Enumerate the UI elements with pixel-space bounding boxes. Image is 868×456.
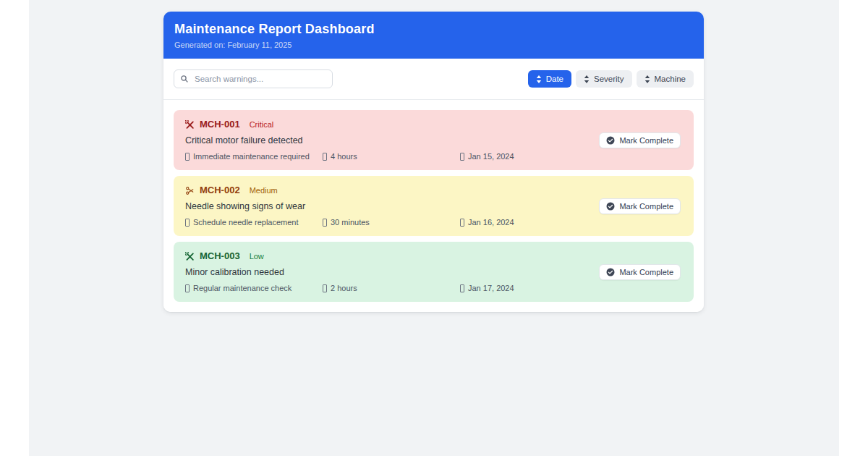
warning-meta: Schedule needle replacement 30 minutes J… — [185, 218, 682, 227]
tofu-box-icon — [460, 219, 464, 227]
warning-card: MCH-003 Low Minor calibration needed Reg… — [174, 242, 694, 302]
machine-id: MCH-003 — [200, 250, 240, 262]
warning-meta: Regular maintenance check 2 hours Jan 17… — [185, 284, 682, 293]
search-input[interactable] — [174, 69, 333, 88]
tofu-box-icon — [323, 153, 327, 161]
tofu-box-icon — [460, 153, 464, 161]
tofu-box-icon — [323, 284, 327, 292]
machine-id: MCH-002 — [200, 185, 240, 196]
estimated-duration: 4 hours — [323, 152, 460, 161]
warning-date: Jan 17, 2024 — [460, 284, 597, 293]
mark-complete-label: Mark Complete — [619, 268, 673, 276]
warning-meta: Immediate maintenance required 4 hours J… — [185, 152, 682, 161]
sort-by-date-button[interactable]: Date — [528, 70, 571, 88]
sort-button-label: Machine — [655, 75, 686, 83]
sort-button-label: Severity — [594, 75, 624, 83]
recommended-action: Schedule needle replacement — [185, 218, 323, 227]
severity-label: Critical — [250, 119, 274, 130]
hammer-wrench-icon — [185, 252, 195, 261]
dashboard-panel: Maintenance Report Dashboard Generated o… — [163, 12, 704, 312]
warning-card: MCH-002 Medium Needle showing signs of w… — [174, 176, 694, 236]
check-circle-icon — [606, 268, 615, 276]
mark-complete-button[interactable]: Mark Complete — [599, 132, 681, 148]
tofu-box-icon — [323, 219, 327, 227]
estimated-duration: 30 minutes — [323, 218, 460, 227]
tofu-box-icon — [185, 219, 190, 227]
tofu-box-icon — [460, 284, 464, 292]
severity-label: Medium — [250, 185, 278, 196]
search-box — [174, 69, 333, 88]
toolbar: Date Severity Machine — [163, 59, 704, 100]
warning-date: Jan 16, 2024 — [460, 218, 597, 227]
card-header: MCH-003 Low — [185, 250, 682, 262]
scissors-icon — [185, 186, 195, 195]
sort-arrows-icon — [644, 75, 650, 83]
machine-id: MCH-001 — [200, 119, 240, 130]
sort-arrows-icon — [536, 75, 542, 83]
warning-date: Jan 15, 2024 — [460, 152, 597, 161]
tofu-box-icon — [185, 153, 190, 161]
sort-button-label: Date — [546, 75, 563, 83]
check-circle-icon — [606, 136, 615, 145]
generated-date: Generated on: February 11, 2025 — [174, 41, 693, 50]
mark-complete-button[interactable]: Mark Complete — [599, 264, 681, 280]
mark-complete-label: Mark Complete — [619, 202, 673, 211]
card-header: MCH-002 Medium — [185, 185, 682, 196]
sort-button-group: Date Severity Machine — [528, 70, 694, 88]
search-icon — [180, 75, 189, 83]
severity-label: Low — [250, 250, 264, 262]
recommended-action: Immediate maintenance required — [185, 152, 323, 161]
warning-list: MCH-001 Critical Critical motor failure … — [163, 100, 704, 312]
sort-by-machine-button[interactable]: Machine — [637, 70, 694, 88]
check-circle-icon — [606, 202, 615, 211]
tofu-box-icon — [185, 284, 190, 292]
mark-complete-label: Mark Complete — [619, 136, 673, 145]
card-header: MCH-001 Critical — [185, 119, 682, 130]
warning-card: MCH-001 Critical Critical motor failure … — [174, 110, 694, 170]
sort-arrows-icon — [584, 75, 590, 83]
page-title: Maintenance Report Dashboard — [174, 21, 693, 37]
mark-complete-button[interactable]: Mark Complete — [599, 198, 681, 214]
app-viewport: Maintenance Report Dashboard Generated o… — [29, 0, 839, 456]
dashboard-header: Maintenance Report Dashboard Generated o… — [163, 12, 704, 59]
hammer-wrench-icon — [185, 120, 195, 130]
estimated-duration: 2 hours — [323, 284, 460, 293]
sort-by-severity-button[interactable]: Severity — [576, 70, 632, 88]
recommended-action: Regular maintenance check — [185, 284, 323, 293]
